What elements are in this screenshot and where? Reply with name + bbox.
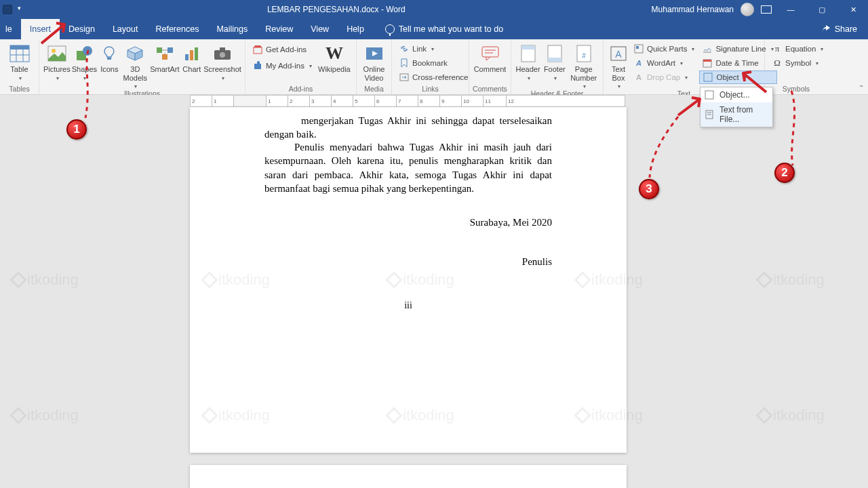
tell-me[interactable]: Tell me what you want to do bbox=[373, 19, 503, 39]
wikipedia-icon: W bbox=[323, 43, 345, 64]
window-title: LEMBAR PENGESAHAN.docx - Word bbox=[21, 5, 652, 14]
tab-references[interactable]: References bbox=[146, 19, 208, 39]
screenshot-button[interactable]: Screenshot▾ bbox=[204, 42, 241, 81]
menu-text-from-file[interactable]: Text from File... bbox=[701, 102, 772, 127]
comment-icon bbox=[479, 43, 501, 64]
tab-mailings[interactable]: Mailings bbox=[208, 19, 256, 39]
video-icon bbox=[363, 43, 385, 64]
tab-view[interactable]: View bbox=[302, 19, 338, 39]
svg-rect-11 bbox=[167, 47, 173, 53]
wikipedia-button[interactable]: W Wikipedia bbox=[317, 42, 352, 74]
tell-me-text: Tell me what you want to do bbox=[399, 24, 503, 34]
comment-button[interactable]: Comment bbox=[473, 42, 507, 74]
table-button[interactable]: Table ▾ bbox=[4, 42, 35, 81]
annotation-arrow-1 bbox=[37, 20, 71, 47]
footer-button[interactable]: Footer▾ bbox=[542, 42, 567, 81]
xref-icon bbox=[399, 73, 409, 82]
object-menu-icon bbox=[705, 90, 714, 100]
omega-icon: Ω bbox=[772, 58, 782, 68]
smartart-button[interactable]: SmartArt bbox=[150, 42, 179, 74]
document-page-2[interactable] bbox=[190, 465, 627, 488]
footer-icon bbox=[544, 43, 566, 64]
collapse-ribbon-icon[interactable]: ⌃ bbox=[859, 84, 864, 92]
object-icon bbox=[703, 73, 713, 82]
group-tables: Tables bbox=[0, 85, 39, 94]
share-icon bbox=[821, 24, 831, 34]
svg-rect-14 bbox=[190, 50, 193, 60]
close-button[interactable]: ✕ bbox=[841, 0, 865, 19]
link-button[interactable]: Link▾ bbox=[396, 42, 471, 56]
link-icon bbox=[399, 44, 409, 54]
svg-text:A: A bbox=[615, 49, 622, 60]
tab-layout[interactable]: Layout bbox=[104, 19, 147, 39]
wordart-button[interactable]: AWordArt▾ bbox=[631, 56, 698, 70]
pictures-button[interactable]: Pictures▾ bbox=[43, 42, 71, 81]
annotation-marker-2: 2 bbox=[774, 163, 795, 183]
3d-models-button[interactable]: 3D Models▾ bbox=[122, 42, 149, 89]
svg-rect-15 bbox=[195, 47, 198, 60]
author: Penulis bbox=[264, 255, 552, 268]
table-icon bbox=[9, 43, 31, 64]
lightbulb-icon bbox=[385, 24, 395, 34]
svg-rect-26 bbox=[521, 45, 535, 49]
drop-cap-button[interactable]: ADrop Cap▾ bbox=[631, 70, 698, 84]
dropcap-icon: A bbox=[634, 73, 644, 82]
svg-rect-10 bbox=[157, 47, 162, 53]
paragraph-1: mengerjakan Tugas Akhir ini sehingga dap… bbox=[264, 114, 552, 142]
svg-point-6 bbox=[52, 49, 56, 53]
screenshot-icon bbox=[212, 43, 233, 64]
minimize-button[interactable]: — bbox=[778, 0, 803, 19]
user-name[interactable]: Muhammad Hernawan bbox=[652, 5, 734, 14]
smartart-icon bbox=[154, 43, 176, 64]
share-button[interactable]: Share bbox=[810, 19, 868, 39]
svg-rect-28 bbox=[548, 58, 561, 62]
svg-rect-18 bbox=[220, 47, 225, 51]
annotation-marker-3: 3 bbox=[639, 179, 659, 199]
tab-help[interactable]: Help bbox=[338, 19, 373, 39]
signature-icon bbox=[703, 44, 712, 54]
text-file-icon bbox=[705, 110, 714, 119]
quick-parts-icon bbox=[634, 44, 644, 54]
tab-review[interactable]: Review bbox=[256, 19, 302, 39]
svg-rect-22 bbox=[482, 47, 498, 57]
quick-parts-button[interactable]: Quick Parts▾ bbox=[631, 42, 698, 56]
svg-rect-34 bbox=[636, 46, 639, 49]
my-addins-button[interactable]: My Add-ins▾ bbox=[250, 59, 315, 73]
document-page[interactable]: mengerjakan Tugas Akhir ini sehingga dap… bbox=[190, 107, 627, 453]
equation-button[interactable]: πEquation▾ bbox=[769, 42, 827, 56]
group-media: Media bbox=[357, 85, 391, 94]
horizontal-ruler[interactable]: 2 1 1 2 3 4 5 6 7 8 9 10 11 12 bbox=[190, 95, 625, 107]
chart-icon bbox=[181, 43, 203, 64]
header-button[interactable]: Header▾ bbox=[515, 42, 540, 81]
svg-rect-39 bbox=[706, 75, 710, 79]
annotation-trail-3 bbox=[644, 114, 685, 182]
page-number-button[interactable]: # Page Number▾ bbox=[568, 42, 599, 89]
avatar[interactable] bbox=[741, 3, 754, 16]
get-addins-button[interactable]: Get Add-ins bbox=[250, 43, 315, 56]
wordart-icon: A bbox=[634, 58, 644, 68]
chart-button[interactable]: Chart bbox=[181, 42, 203, 74]
cross-reference-button[interactable]: Cross-reference bbox=[396, 70, 471, 84]
store-icon bbox=[253, 45, 262, 54]
location-date: Surabaya, Mei 2020 bbox=[264, 216, 552, 229]
online-video-button[interactable]: Online Video bbox=[361, 42, 387, 82]
annotation-trail-2 bbox=[783, 88, 804, 169]
svg-rect-1 bbox=[10, 45, 29, 49]
cube-icon bbox=[124, 43, 146, 64]
svg-point-17 bbox=[220, 52, 225, 58]
maximize-button[interactable]: ▢ bbox=[810, 0, 834, 19]
ribbon-display-icon[interactable] bbox=[761, 5, 772, 14]
tab-file[interactable]: le bbox=[0, 19, 21, 39]
bookmark-icon bbox=[399, 58, 409, 68]
group-addins: Add-ins bbox=[245, 85, 356, 94]
symbol-button[interactable]: ΩSymbol▾ bbox=[769, 56, 827, 70]
bookmark-button[interactable]: Bookmark bbox=[396, 56, 471, 70]
puzzle-icon bbox=[253, 61, 262, 70]
page-number-icon: # bbox=[573, 43, 595, 64]
svg-text:#: # bbox=[582, 52, 586, 60]
svg-rect-12 bbox=[162, 54, 167, 60]
paragraph-2: Penulis menyadari bahwa Tugas Akhir ini … bbox=[264, 140, 552, 195]
autosave-icon[interactable] bbox=[3, 5, 12, 14]
icons-button[interactable]: Icons bbox=[98, 42, 120, 74]
text-box-button[interactable]: A Text Box▾ bbox=[608, 42, 629, 89]
